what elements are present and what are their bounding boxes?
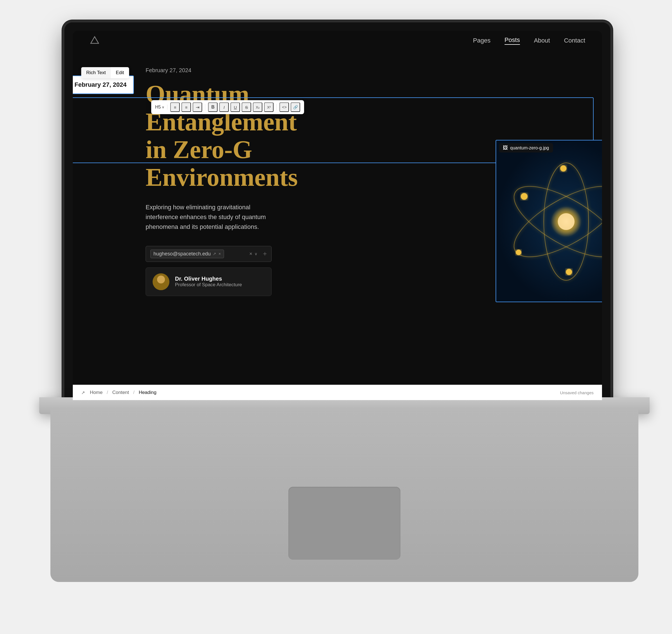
nav-posts[interactable]: Posts <box>505 36 520 45</box>
toolbar-italic[interactable]: I <box>219 102 229 112</box>
rich-text-popup: Rich Text Edit <box>81 67 129 78</box>
breadcrumb-heading[interactable]: Heading <box>139 390 156 395</box>
toolbar-code[interactable]: <> <box>279 102 289 112</box>
nav-links: Pages Posts About Contact <box>473 36 585 45</box>
post-date: February 27, 2024 <box>146 67 602 74</box>
toolbar-strikethrough[interactable]: S <box>241 102 251 112</box>
breadcrumb-sep-1: / <box>107 390 108 395</box>
post-description: Exploring how eliminating gravitational … <box>146 202 280 232</box>
toolbar-align-left[interactable]: ≡ <box>170 102 180 112</box>
author-name: Dr. Oliver Hughes <box>175 275 242 282</box>
screen-content: Pages Posts About Contact February 27, 2… <box>73 31 602 400</box>
nav-about[interactable]: About <box>534 37 550 44</box>
toolbar-bold[interactable]: B <box>208 102 217 112</box>
unsaved-changes-status: Unsaved changes <box>560 390 594 395</box>
author-avatar <box>153 273 169 290</box>
svg-point-2 <box>155 284 167 290</box>
nav-pages[interactable]: Pages <box>473 37 490 44</box>
clear-icon[interactable]: × <box>249 251 252 257</box>
toolbar-underline[interactable]: U <box>230 102 240 112</box>
toolbar-heading-selector[interactable]: H5 ∨ <box>155 105 167 110</box>
add-author-button[interactable]: + <box>263 250 267 258</box>
atom-graphic <box>496 141 602 301</box>
email-chip-close[interactable]: × <box>218 251 221 256</box>
toolbar-separator-2 <box>276 104 277 111</box>
email-chip-text: hugheso@spacetech.edu <box>154 251 211 257</box>
svg-point-13 <box>516 249 522 255</box>
post-heading[interactable]: Quantum Entanglementin Zero-G Environmen… <box>146 80 355 191</box>
toolbar-indent[interactable]: ⇥ <box>193 102 202 112</box>
laptop-keyboard-area <box>50 409 639 582</box>
image-icon: 🖼 <box>503 145 508 151</box>
heading-level-label: H5 <box>155 105 161 110</box>
svg-rect-4 <box>496 141 602 302</box>
toolbar-link[interactable]: 🔗 <box>291 102 300 112</box>
image-filename-bar: 🖼 quantum-zero-g.jpg <box>499 143 553 152</box>
laptop-screen: Pages Posts About Contact February 27, 2… <box>64 22 610 400</box>
date-box-text: February 27, 2024 <box>74 81 126 88</box>
author-info: Dr. Oliver Hughes Professor of Space Arc… <box>175 275 242 288</box>
email-chip[interactable]: hugheso@spacetech.edu ↗ × <box>150 249 224 258</box>
edit-tab[interactable]: Edit <box>111 67 129 78</box>
nav-bar: Pages Posts About Contact <box>73 31 602 50</box>
dropdown-icon[interactable]: ∨ <box>255 251 257 256</box>
breadcrumb-home[interactable]: Home <box>90 390 102 395</box>
author-title: Professor of Space Architecture <box>175 282 242 288</box>
breadcrumb-content[interactable]: Content <box>112 390 129 395</box>
camera-notch <box>309 22 365 31</box>
svg-marker-0 <box>91 36 98 43</box>
nav-contact[interactable]: Contact <box>564 37 585 44</box>
floating-toolbar: H5 ∨ ≡ ≡ ⇥ B I U S X₂ X² <> 🔗 <box>151 100 304 114</box>
heading-dropdown-icon: ∨ <box>162 105 164 109</box>
screen-bezel: Pages Posts About Contact February 27, 2… <box>64 22 610 400</box>
toolbar-superscript[interactable]: X² <box>264 102 274 112</box>
author-email-row[interactable]: hugheso@spacetech.edu ↗ × × ∨ + <box>146 246 272 262</box>
breadcrumb-external-icon: ↗ <box>81 390 85 395</box>
toolbar-align-center[interactable]: ≡ <box>181 102 191 112</box>
site-logo[interactable] <box>90 35 100 46</box>
svg-point-3 <box>157 275 165 284</box>
toolbar-separator-1 <box>205 104 205 111</box>
image-filename: quantum-zero-g.jpg <box>510 146 549 150</box>
breadcrumb-sep-2: / <box>133 390 135 395</box>
trackpad[interactable] <box>288 487 400 560</box>
svg-point-10 <box>521 193 528 200</box>
image-overlay: 🖼 quantum-zero-g.jpg <box>495 140 602 302</box>
toolbar-subscript[interactable]: X₂ <box>253 102 262 112</box>
bottom-bar: ↗ Home / Content / Heading Unsaved chang… <box>73 385 602 400</box>
laptop: Pages Posts About Contact February 27, 2… <box>50 22 639 610</box>
svg-point-14 <box>560 165 566 171</box>
email-external-icon: ↗ <box>213 251 216 256</box>
svg-point-9 <box>558 213 575 230</box>
author-card: Dr. Oliver Hughes Professor of Space Arc… <box>146 267 272 296</box>
rich-text-tab[interactable]: Rich Text <box>81 67 111 78</box>
email-controls: × ∨ <box>249 251 257 257</box>
svg-point-15 <box>566 269 572 275</box>
